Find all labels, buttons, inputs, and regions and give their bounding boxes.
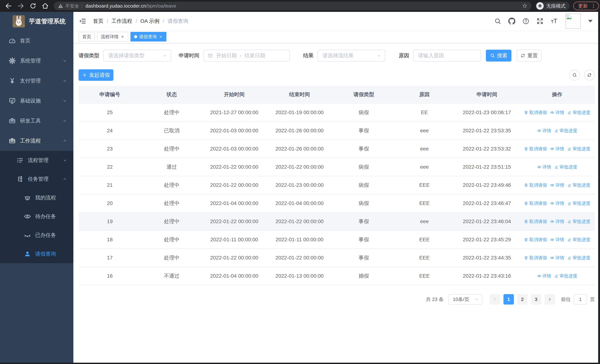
cancel-action-link[interactable]: 取消请假 — [524, 182, 547, 188]
prev-page-button[interactable] — [490, 294, 500, 305]
close-icon[interactable] — [121, 35, 124, 39]
monitor-icon — [9, 97, 16, 104]
fullscreen-icon[interactable] — [536, 18, 544, 25]
font-size-icon[interactable] — [550, 18, 558, 25]
avatar[interactable] — [565, 14, 581, 29]
help-icon[interactable] — [522, 18, 530, 25]
browser-update-button[interactable]: 更新 — [573, 2, 599, 10]
progress-action-link[interactable]: 审批进度 — [554, 273, 577, 279]
sidebar-item-dev-tools[interactable]: 研发工具 — [0, 111, 73, 131]
cell-id: 22 — [79, 158, 141, 176]
browser-back-button[interactable] — [5, 2, 12, 10]
sidebar-item-workflow[interactable]: 工作流程 — [0, 131, 73, 151]
apply-time-range-picker[interactable]: 开始日期 - 结束日期 — [204, 50, 290, 62]
cancel-action-link[interactable]: 取消请假 — [524, 218, 547, 224]
address-bar[interactable]: 不安全 dashboard.yudao.iocoder.cn/bpm/oa/le… — [54, 2, 531, 10]
browser-home-button[interactable] — [41, 2, 49, 10]
detail-action-link[interactable]: 详情 — [537, 164, 551, 170]
browser-reload-button[interactable] — [29, 2, 37, 10]
cell-id: 25 — [79, 103, 141, 121]
next-page-button[interactable] — [544, 294, 555, 305]
progress-action-link[interactable]: 审批进度 — [567, 110, 590, 115]
sidebar-item-task-mgmt[interactable]: 任务管理 — [0, 169, 73, 188]
detail-action-link[interactable]: 详情 — [537, 128, 551, 134]
detail-action-link[interactable]: 详情 — [537, 273, 551, 279]
tab-请假查询[interactable]: 请假查询 — [131, 32, 166, 42]
progress-action-link[interactable]: 审批进度 — [567, 182, 590, 188]
sidebar-fold-icon[interactable] — [79, 18, 86, 25]
cell-type: 婚假 — [333, 267, 394, 285]
cancel-action-link[interactable]: 取消请假 — [524, 110, 547, 115]
update-label[interactable]: 更新 — [578, 3, 588, 9]
cell-status: 处理中 — [141, 103, 203, 121]
progress-action-link[interactable]: 审批进度 — [567, 200, 590, 206]
tab-首页[interactable]: 首页 — [79, 32, 95, 42]
leave-type-select[interactable]: 请选择请假类型 — [103, 50, 171, 62]
top-navbar: 首页/工作流程/OA 示例/请假查询 — [73, 12, 600, 30]
progress-action-link[interactable]: 审批进度 — [567, 255, 590, 261]
breadcrumb-item: 请假查询 — [168, 18, 188, 25]
reset-button[interactable]: 重置 — [517, 50, 542, 62]
progress-action-link[interactable]: 审批进度 — [567, 146, 590, 152]
table-row: 20处理中2022-01-04 00:00:002022-01-04 00:00… — [79, 194, 595, 212]
breadcrumb-item[interactable]: 首页 — [93, 18, 103, 25]
cell-id: 24 — [79, 121, 141, 140]
sidebar-item-leave-query[interactable]: 请假查询 — [0, 244, 73, 263]
sidebar-item-my-process[interactable]: 我的流程 — [0, 188, 73, 207]
sidebar-item-done-tasks[interactable]: 已办任务 — [0, 226, 73, 244]
cell-start: 2022-01-04 00:00:00 — [203, 194, 266, 212]
page-button-3[interactable]: 3 — [531, 294, 541, 305]
close-icon[interactable] — [159, 35, 163, 39]
breadcrumb-item[interactable]: OA 示例 — [141, 18, 159, 25]
cancel-action-link[interactable]: 取消请假 — [524, 255, 547, 261]
detail-action-link[interactable]: 详情 — [550, 146, 564, 152]
detail-action-link[interactable]: 详情 — [550, 255, 564, 261]
app-logo[interactable]: 芋道管理系统 — [0, 12, 73, 31]
cell-applied: 2022-01-22 23:46:04 — [454, 212, 519, 231]
cancel-action-link[interactable]: 取消请假 — [524, 200, 547, 206]
progress-action-link[interactable]: 审批进度 — [567, 237, 590, 243]
detail-action-link[interactable]: 详情 — [550, 110, 564, 115]
delete-icon — [524, 110, 528, 115]
bookmark-star-icon[interactable] — [522, 3, 528, 9]
cell-status: 处理中 — [141, 212, 203, 231]
cell-status: 处理中 — [141, 140, 203, 158]
sidebar-item-process-mgmt[interactable]: 流程管理 — [0, 151, 73, 169]
avatar-caret-icon[interactable] — [588, 20, 593, 22]
sidebar-item-infrastructure[interactable]: 基础设施 — [0, 91, 73, 111]
cancel-action-link[interactable]: 取消请假 — [524, 237, 547, 243]
sidebar-item-label: 首页 — [20, 37, 30, 44]
cell-actions: 详情审批进度 — [519, 158, 595, 176]
create-leave-button[interactable]: 发起请假 — [79, 69, 113, 81]
breadcrumb-item[interactable]: 工作流程 — [112, 18, 132, 25]
progress-action-link[interactable]: 审批进度 — [554, 164, 577, 170]
search-button[interactable]: 搜索 — [486, 50, 511, 62]
goto-page-input[interactable] — [574, 294, 587, 305]
detail-action-link[interactable]: 详情 — [550, 218, 564, 224]
detail-action-link[interactable]: 详情 — [550, 182, 564, 188]
progress-action-link[interactable]: 审批进度 — [554, 128, 577, 134]
sidebar-item-system-mgmt[interactable]: 系统管理 — [0, 51, 73, 71]
github-icon[interactable] — [508, 18, 516, 25]
refresh-table-button[interactable] — [584, 70, 595, 80]
detail-action-link[interactable]: 详情 — [550, 200, 564, 206]
browser-forward-button[interactable] — [17, 2, 24, 10]
sidebar-item-todo-tasks[interactable]: 待办任务 — [0, 207, 73, 226]
page-button-2[interactable]: 2 — [517, 294, 527, 305]
tab-流程详情[interactable]: 流程详情 — [97, 32, 128, 42]
browser-menu-icon[interactable] — [591, 3, 596, 9]
edit-icon — [554, 165, 559, 169]
sidebar-item-payment-mgmt[interactable]: 支付管理 — [0, 71, 73, 91]
page-size-select[interactable]: 10条/页 — [449, 294, 482, 305]
security-label[interactable]: 不安全 — [65, 3, 79, 9]
toggle-search-button[interactable] — [569, 70, 580, 80]
result-select[interactable]: 请选择流结果 — [318, 50, 385, 62]
progress-action-link[interactable]: 审批进度 — [567, 218, 590, 224]
reason-input[interactable] — [413, 50, 481, 62]
detail-action-link[interactable]: 详情 — [550, 237, 564, 243]
page-button-1[interactable]: 1 — [504, 294, 514, 305]
search-icon[interactable] — [494, 18, 501, 25]
cancel-action-link[interactable]: 取消请假 — [524, 146, 547, 152]
cell-end: 2022-01-26 00:00:00 — [266, 121, 333, 140]
sidebar-item-home[interactable]: 首页 — [0, 31, 73, 51]
